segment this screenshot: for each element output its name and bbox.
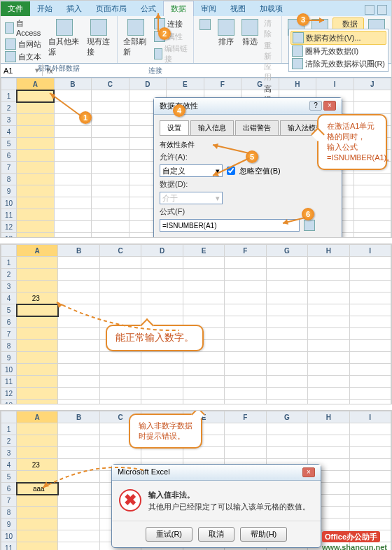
tab-home[interactable]: 开始 [30,1,59,16]
formula-label: 公式(F) [160,206,195,217]
editlinks-icon [154,48,163,59]
callout-error-hint: 输入非数字数据 时提示错误。 [129,414,202,449]
ribbon-body: 自 Access 自网站 自文本 自其他来源 现有连接 获取外部数据 全部刷新 … [1,16,391,64]
col-C[interactable]: C [92,78,130,90]
marker-6: 6 [302,208,314,220]
filter-icon [241,19,258,36]
cell-A1[interactable] [17,90,55,102]
marker-4: 4 [173,104,186,117]
ignore-blank-label: 忽略空值(B) [239,166,281,176]
col-I[interactable]: I [316,78,354,90]
formula-input[interactable] [160,219,300,232]
refresh-icon [127,19,144,36]
col-A[interactable]: A [17,245,58,257]
marker-3: 3 [297,13,309,26]
clear-circle-icon [292,58,303,69]
allow-label: 允许(A): [160,152,195,162]
callout-numeric-ok: 能正常输入数字。 [106,325,204,351]
chevron-down-icon: ▾ [216,167,220,176]
tab-file[interactable]: 文件 [1,1,30,16]
msgbox-heading: 输入值非法。 [148,489,310,501]
col-A[interactable]: A [17,78,55,90]
tab-view[interactable]: 视图 [223,1,253,16]
tab-addin[interactable]: 加载项 [253,1,290,16]
btn-from-text[interactable]: 自文本 [4,50,44,63]
cell-A5[interactable] [17,304,58,316]
help-button[interactable]: ? [309,101,322,111]
menu-circle-invalid[interactable]: 圈释无效数据(I) [290,45,386,57]
window-controls [360,3,391,16]
col-D[interactable]: D [129,78,167,90]
btn-from-access[interactable]: 自 Access [4,17,44,38]
btn-edit-links: 编辑链接 [153,43,190,65]
btn-from-web[interactable]: 自网站 [4,38,44,50]
panel-1: 文件 开始 插入 页面布局 公式 数据 审阅 视图 加载项 自 Access 自… [0,0,392,238]
watermark: Office办公助手 www.shancun.net [322,532,387,550]
existing-conn-icon [90,19,107,36]
menu-clear-circles[interactable]: 清除无效数据标识圈(R) [290,57,386,70]
web-icon [5,38,16,50]
criteria-label: 有效性条件 [160,140,336,150]
btn-connections[interactable]: 连接 [153,17,190,30]
btn-from-other[interactable]: 自其他来源 [46,17,82,63]
retry-button[interactable]: 重试(R) [146,527,192,542]
dialog-tabs: 设置 输入信息 出错警告 输入法模式 [160,120,336,136]
tab-insert[interactable]: 插入 [59,1,89,16]
tab-data[interactable]: 数据 [163,1,194,16]
menu-dv[interactable]: 数据有效性(V)... [290,31,386,45]
group-connections: 全部刷新 连接 属性 编辑链接 连接 [118,16,194,63]
data-label: 数据(D): [160,179,195,190]
btn-sort-az[interactable] [197,17,214,106]
tab-formula[interactable]: 公式 [134,1,163,16]
cell-A6[interactable]: aaa [17,483,58,495]
text-icon [5,51,16,62]
col-J[interactable]: J [354,78,391,90]
help-icon[interactable] [377,5,387,15]
range-picker-icon[interactable] [304,220,315,231]
panel-2: A BCDEFGHI 1 2 3 423 5 6 7 8 9 10 11 12 … [0,244,392,404]
col-B[interactable]: B [54,78,92,90]
error-icon: ✖ [119,489,141,512]
cancel-button[interactable]: 取消 [198,527,234,542]
msgbox-titlebar[interactable]: Microsoft Excel × [112,465,321,481]
tab-review[interactable]: 审阅 [194,1,223,16]
close-button[interactable]: × [323,101,336,111]
msgbox-title: Microsoft Excel [118,467,170,477]
allow-select[interactable]: 自定义▾ [160,164,223,177]
btn-existing-conn[interactable]: 现有连接 [84,17,114,63]
tab-settings[interactable]: 设置 [160,120,189,135]
panel-3: ABCDEFGHI 1 2 3 423 5 6aaa 7 8 9 10 11 1… [0,410,392,550]
data-select: 介于▾ [160,192,223,204]
tab-error-alert[interactable]: 出错警告 [235,120,279,135]
btn-filter[interactable]: 筛选 [239,17,261,106]
ignore-blank-checkbox[interactable] [227,167,235,175]
cell-A4[interactable]: 23 [17,292,58,304]
other-source-icon [56,19,73,36]
btn-refresh-all[interactable]: 全部刷新 [120,17,151,65]
sort-az-icon [200,19,211,30]
msgbox-body: 其他用户已经限定了可以输入该单元格的数值。 [148,501,310,513]
ribbon-tabs: 文件 开始 插入 页面布局 公式 数据 审阅 视图 加载项 [1,1,391,16]
error-msgbox: Microsoft Excel × ✖ 输入值非法。 其他用户已经限定了可以输入… [111,464,321,548]
name-box[interactable]: A1▾ [1,64,43,76]
marker-1: 1 [79,111,92,124]
marker-5: 5 [246,150,258,163]
circle-icon [292,45,303,57]
group-sort-filter: 排序 筛选 清除 重新应用 高级 排序和筛选 [194,16,282,63]
fx-icon[interactable]: fx [43,66,57,75]
minimize-ribbon-icon[interactable] [365,5,374,15]
select-all[interactable] [1,78,17,90]
dialog-data-validation: 数据有效性 ?× 设置 输入信息 出错警告 输入法模式 有效性条件 允许(A):… [153,97,342,238]
btn-clear-filter: 清除 [262,17,279,40]
col-H[interactable]: H [279,78,316,90]
dv-icon [293,32,304,43]
close-button[interactable]: × [302,467,315,477]
btn-sort[interactable]: 排序 [215,17,237,106]
btn-reapply: 重新应用 [262,40,279,83]
tab-input-msg[interactable]: 输入信息 [190,120,234,135]
access-icon [5,22,14,34]
chevron-down-icon[interactable]: ▾ [35,66,39,75]
group-external-data: 自 Access 自网站 自文本 自其他来源 现有连接 获取外部数据 [1,16,118,63]
tab-layout[interactable]: 页面布局 [89,1,134,16]
help-button[interactable]: 帮助(H) [240,527,287,542]
